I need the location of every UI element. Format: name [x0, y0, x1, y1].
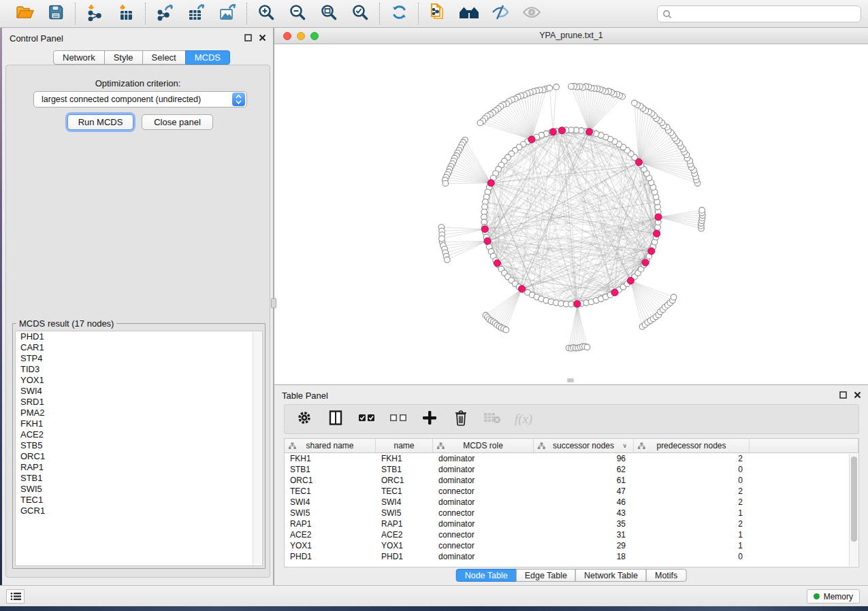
trash-icon: [454, 410, 468, 429]
delete-columns-button[interactable]: [452, 410, 470, 428]
export-table-button[interactable]: [186, 3, 206, 24]
table-cell: 31: [534, 529, 634, 540]
criterion-select[interactable]: largest connected component (undirected): [33, 91, 247, 108]
mcds-result-list[interactable]: PHD1CAR1STP4TID3YOX1SWI4SRD1PMA2FKH1ACE2…: [15, 331, 263, 566]
table-cell: dominator: [433, 464, 534, 475]
zoom-selected-button[interactable]: [350, 3, 370, 24]
table-row[interactable]: ORC1ORC1dominator610: [285, 475, 858, 486]
table-row[interactable]: ACE2ACE2connector311: [285, 529, 858, 540]
column-header-name[interactable]: name: [376, 439, 433, 452]
save-session-button[interactable]: [46, 3, 66, 24]
table-row[interactable]: SWI4SWI4dominator462: [285, 497, 858, 508]
tab-select[interactable]: Select: [142, 50, 186, 65]
mcds-list-scrollbar[interactable]: [253, 332, 261, 565]
table-row[interactable]: FKH1FKH1dominator962: [285, 453, 858, 464]
open-file-button[interactable]: [14, 3, 35, 24]
mcds-result-item[interactable]: PHD1: [16, 331, 262, 342]
mcds-result-item[interactable]: STP4: [16, 353, 262, 364]
network-graph[interactable]: [274, 44, 867, 384]
column-header-predecessor-nodes[interactable]: predecessor nodes: [634, 439, 750, 452]
tab-network[interactable]: Network: [53, 50, 105, 65]
show-hidden-button[interactable]: [521, 3, 542, 24]
table-row[interactable]: YOX1YOX1connector291: [285, 540, 858, 551]
mcds-result-item[interactable]: SWI5: [16, 484, 262, 495]
mcds-result-item[interactable]: STB5: [16, 440, 262, 451]
mcds-result-item[interactable]: RAP1: [16, 462, 262, 473]
table-cell: RAP1: [285, 518, 376, 529]
import-network-button[interactable]: [84, 3, 105, 24]
import-table-button[interactable]: [116, 3, 136, 24]
table-row[interactable]: RAP1RAP1dominator352: [285, 518, 858, 529]
search-input[interactable]: [657, 5, 861, 22]
table-cell: STB1: [376, 464, 433, 475]
table-row[interactable]: TEC1TEC1connector472: [285, 486, 858, 497]
attribute-settings-button[interactable]: [295, 410, 313, 428]
clone-network-icon: [430, 3, 447, 24]
apply-layout-button[interactable]: [389, 3, 409, 24]
create-column-button[interactable]: [421, 410, 438, 428]
table-cell: [750, 529, 858, 540]
tab-motifs[interactable]: Motifs: [646, 569, 686, 582]
table-cell: YOX1: [376, 540, 433, 551]
mcds-result-item[interactable]: ORC1: [16, 451, 262, 462]
close-panel-button[interactable]: Close panel: [142, 114, 213, 130]
show-panel-list-button[interactable]: [6, 589, 25, 604]
mcds-result-item[interactable]: SRD1: [16, 397, 262, 408]
mcds-result-item[interactable]: FKH1: [16, 418, 262, 429]
mcds-result-item[interactable]: STB1: [16, 473, 262, 484]
table-vscroll-thumb[interactable]: [851, 457, 857, 542]
network-canvas[interactable]: [274, 44, 867, 384]
plus-icon: [422, 410, 437, 428]
export-image-button[interactable]: [217, 3, 238, 24]
mcds-result-item[interactable]: ACE2: [16, 429, 262, 440]
network-window-titlebar[interactable]: YPA_prune.txt_1: [274, 28, 868, 44]
mcds-result-item[interactable]: PMA2: [16, 408, 262, 418]
float-panel-icon[interactable]: [244, 34, 252, 42]
import-table-icon: [117, 4, 135, 24]
tab-style[interactable]: Style: [104, 50, 143, 65]
table-row[interactable]: PHD1PHD1dominator180: [285, 551, 858, 562]
zoom-out-button[interactable]: [287, 3, 308, 24]
table-cell: 2: [634, 453, 750, 464]
float-table-panel-icon[interactable]: [839, 391, 847, 399]
network-window-title: YPA_prune.txt_1: [274, 31, 868, 40]
table-cell: dominator: [433, 497, 534, 508]
tab-network-table[interactable]: Network Table: [575, 569, 647, 582]
export-network-button[interactable]: [155, 3, 175, 24]
clone-network-button[interactable]: [428, 3, 448, 24]
mcds-result-item[interactable]: TID3: [16, 364, 262, 375]
network-hscroll-thumb[interactable]: [567, 378, 574, 382]
table-toolbar: f(x): [284, 404, 859, 434]
unselect-all-columns-button[interactable]: [389, 410, 407, 428]
zoom-in-button[interactable]: [256, 3, 276, 24]
toolbar-group: [380, 3, 418, 24]
mcds-result-item[interactable]: TEC1: [16, 495, 262, 506]
panel-splitter-handle[interactable]: [271, 298, 276, 308]
run-mcds-button[interactable]: Run MCDS: [67, 114, 133, 130]
first-neighbors-button[interactable]: [459, 3, 479, 24]
table-cell: dominator: [433, 551, 534, 562]
zoom-fit-button[interactable]: [319, 3, 339, 24]
tab-edge-table[interactable]: Edge Table: [516, 569, 576, 582]
column-header-shared-name[interactable]: shared name: [285, 439, 376, 452]
memory-button[interactable]: Memory: [807, 589, 860, 604]
mcds-result-item[interactable]: YOX1: [16, 375, 262, 386]
column-browser-button[interactable]: [327, 410, 344, 428]
column-header-successor-nodes[interactable]: successor nodes∨: [534, 439, 634, 452]
table-row[interactable]: SWI5SWI5connector431: [285, 508, 858, 518]
column-header-MCDS-role[interactable]: MCDS role: [433, 439, 534, 452]
mcds-result-item[interactable]: GCR1: [16, 506, 262, 516]
tab-node-table[interactable]: Node Table: [456, 569, 517, 582]
delete-table-button[interactable]: [483, 410, 501, 428]
table-vscroll-track[interactable]: [849, 454, 858, 566]
close-table-panel-icon[interactable]: [854, 391, 861, 399]
tab-mcds[interactable]: MCDS: [185, 50, 230, 65]
table-cell: PHD1: [376, 551, 433, 562]
select-all-columns-button[interactable]: [358, 410, 376, 428]
hide-selected-button[interactable]: [490, 3, 511, 24]
table-row[interactable]: STB1STB1dominator620: [285, 464, 858, 475]
mcds-result-item[interactable]: CAR1: [16, 342, 262, 353]
mcds-result-item[interactable]: SWI4: [16, 386, 262, 397]
close-panel-icon[interactable]: [259, 34, 266, 42]
function-builder-button[interactable]: f(x): [515, 410, 532, 428]
